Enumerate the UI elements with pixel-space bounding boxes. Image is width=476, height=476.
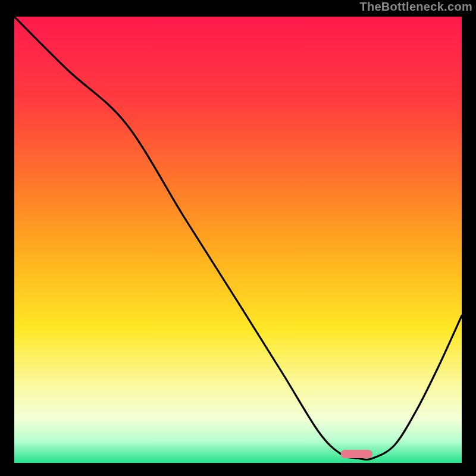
watermark-text: TheBottleneck.com: [359, 0, 472, 14]
chart-container: [14, 17, 462, 463]
bottleneck-chart: [14, 17, 462, 463]
optimal-marker: [341, 450, 372, 458]
gradient-background: [14, 17, 462, 463]
